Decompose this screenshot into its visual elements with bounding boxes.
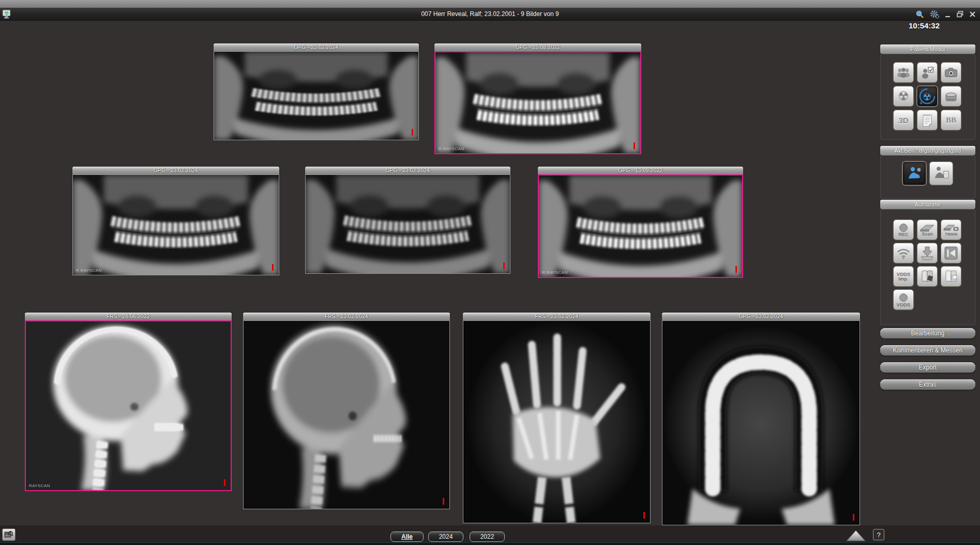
status-indicator xyxy=(634,142,635,149)
twain-button[interactable]: TWAIN xyxy=(941,219,961,240)
twain-scanner-icon xyxy=(943,223,959,232)
ct-arch-image xyxy=(662,321,860,525)
application-window: ☢ 007 Herr Reveal, Ralf; 23.02.2001 - 9 … xyxy=(0,0,980,545)
xray-hand-image xyxy=(463,321,650,523)
download-tray-icon xyxy=(919,246,935,260)
thumbnail-header: FRS - 23.02.2024 xyxy=(243,313,450,320)
notes-button[interactable] xyxy=(917,110,938,130)
thumbnail-opg-4[interactable]: OPG - 23.02.2024 xyxy=(305,167,510,274)
watermark: RAYSCAN xyxy=(29,483,50,488)
watermark: R RAYSCAN xyxy=(439,146,464,151)
first-image-button[interactable] xyxy=(941,243,961,263)
tab-2022[interactable]: 2022 xyxy=(470,532,505,542)
image-preview-button[interactable] xyxy=(2,528,16,541)
radiology-active-button[interactable]: ☢ xyxy=(917,86,938,107)
3d-label: 3D xyxy=(898,116,908,125)
catalog-card-button[interactable] xyxy=(941,266,961,287)
scan-button[interactable]: Scan xyxy=(917,219,938,240)
rec-label: REC xyxy=(898,232,908,237)
radiology-button[interactable]: ☢ xyxy=(893,86,914,107)
thumbnail-opg-1[interactable]: OPG - 23.02.2024 xyxy=(214,43,419,140)
thumbnail-opg-arch[interactable]: OPG - 23.02.2024 xyxy=(662,313,860,525)
tab-alle[interactable]: Alle xyxy=(390,532,424,542)
status-indicator xyxy=(503,262,505,269)
storage-button[interactable] xyxy=(941,86,961,107)
tab-2024[interactable]: 2024 xyxy=(428,532,463,542)
book-card-icon xyxy=(944,269,958,284)
xray-opg-image xyxy=(435,52,640,153)
xray-opg-image xyxy=(306,175,510,273)
vdds-circle-icon xyxy=(898,293,909,302)
panel-akt-beh xyxy=(880,155,975,199)
clock: 10:54:32 xyxy=(909,21,940,30)
watermark: R RAYSCAN xyxy=(76,268,102,273)
restore-icon[interactable] xyxy=(957,11,963,18)
catalog-tools-button[interactable] xyxy=(917,266,938,287)
thumbnail-opg-5[interactable]: OPG - 13.09.2022 R RAYSCAN xyxy=(538,167,743,278)
minimize-icon[interactable] xyxy=(945,11,951,18)
camera-button[interactable] xyxy=(941,62,961,83)
3d-module-button[interactable]: 3D xyxy=(893,110,914,130)
twain-label: TWAIN xyxy=(945,232,957,237)
thumbnail-header: FRS - 28.06.2022 xyxy=(25,313,232,320)
wifi-icon xyxy=(896,246,911,260)
camera-icon xyxy=(944,66,958,79)
first-frame-icon xyxy=(944,246,958,260)
status-indicator xyxy=(643,512,645,519)
xray-opg-image xyxy=(539,175,742,277)
export-button[interactable]: Export xyxy=(880,362,975,373)
thumbnail-frs-hand[interactable]: FRS - 23.02.2024 xyxy=(463,313,651,523)
treatment-active-button[interactable] xyxy=(902,161,926,185)
vdds-button[interactable]: VDDS xyxy=(893,289,914,310)
patient-checklist-icon xyxy=(920,66,934,79)
patients-button[interactable] xyxy=(893,62,914,83)
settings-gear-icon[interactable] xyxy=(930,10,939,19)
help-button[interactable]: ? xyxy=(873,529,884,540)
thumbnail-frs-2[interactable]: FRS - 23.02.2024 xyxy=(243,313,450,509)
extras-button[interactable]: Extras xyxy=(880,379,975,390)
bearbeitung-button[interactable]: Bearbeitung xyxy=(880,328,975,338)
vdds-import-button[interactable]: VDDS Imp. xyxy=(893,266,914,287)
section-header-patient-modul: Patient/Modul xyxy=(880,45,975,54)
vdds-label: VDDS xyxy=(897,302,910,307)
xray-opg-image xyxy=(73,175,279,275)
status-indicator xyxy=(443,498,444,505)
notepad-icon xyxy=(921,113,934,127)
thumbnail-opg-3[interactable]: OPG - 23.02.2024 R RAYSCAN xyxy=(72,167,279,275)
thumbnail-header: OPG - 23.02.2024 xyxy=(662,313,860,320)
treatment-report-button[interactable] xyxy=(929,161,953,185)
rec-button[interactable]: REC xyxy=(893,219,914,240)
close-icon[interactable] xyxy=(969,11,976,18)
thumbnail-opg-2[interactable]: OPG - 25.08.2022 R RAYSCAN xyxy=(434,43,641,154)
treatment-report-icon xyxy=(932,165,950,182)
bb-module-button[interactable]: BB xyxy=(941,110,961,130)
treatment-chair-active-icon xyxy=(906,165,923,182)
window-title: 007 Herr Reveal, Ralf; 23.02.2001 - 9 Bi… xyxy=(0,10,980,18)
patient-record-button[interactable] xyxy=(917,62,938,83)
wireless-button[interactable] xyxy=(893,243,914,263)
thumbnail-header: FRS - 23.02.2024 xyxy=(463,313,651,320)
thumbnail-header: OPG - 25.08.2022 xyxy=(434,43,641,51)
import-button[interactable] xyxy=(917,243,938,263)
xray-ceph-image xyxy=(26,321,231,490)
kommentieren-messen-button[interactable]: Kommentieren & Messen xyxy=(880,345,975,356)
status-indicator xyxy=(412,129,413,136)
search-icon[interactable] xyxy=(915,10,924,19)
thumbnail-header: OPG - 13.09.2022 xyxy=(538,167,743,174)
thumbnail-frs-1[interactable]: FRS - 28.06.2022 RAYSCAN xyxy=(25,313,232,491)
svg-text:☢: ☢ xyxy=(923,92,931,102)
xray-opg-image xyxy=(214,52,418,140)
bb-label: BB xyxy=(946,116,956,125)
patients-group-icon xyxy=(896,66,911,79)
image-magnifier-icon xyxy=(4,531,13,539)
watermark: R RAYSCAN xyxy=(542,270,568,275)
book-tools-icon xyxy=(920,269,934,284)
titlebar: ☢ 007 Herr Reveal, Ralf; 23.02.2001 - 9 … xyxy=(0,8,980,21)
section-header-aufnahme: Aufnahme xyxy=(880,200,975,209)
scanner-icon xyxy=(919,223,935,232)
radiation-icon: ☢ xyxy=(898,90,909,102)
radiation-sync-icon: ☢ xyxy=(918,87,936,105)
collapse-arrow-icon[interactable] xyxy=(846,530,866,541)
status-indicator xyxy=(853,514,854,521)
record-circle-icon xyxy=(898,223,909,232)
